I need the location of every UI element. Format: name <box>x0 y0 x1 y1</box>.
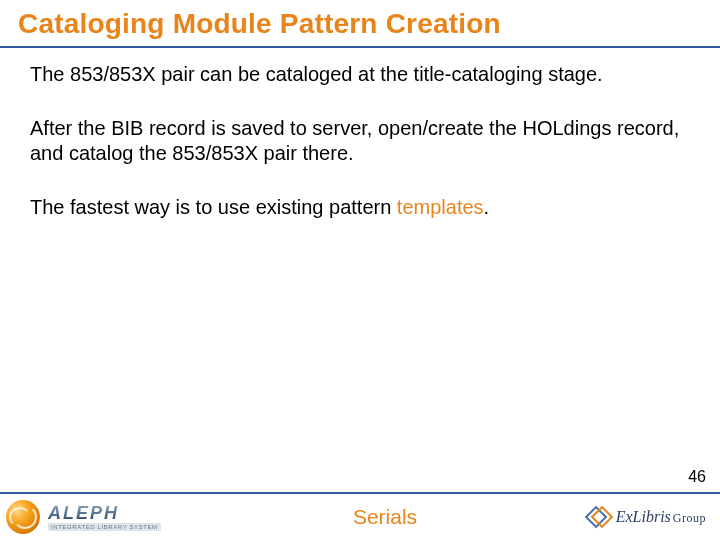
slide-title: Cataloging Module Pattern Creation <box>0 0 720 48</box>
page-number: 46 <box>688 468 706 486</box>
aleph-word: ALEPH <box>48 504 161 522</box>
aleph-logo: ALEPH INTEGRATED LIBRARY SYSTEM <box>0 500 220 534</box>
paragraph-3-lead: The fastest way is to use existing patte… <box>30 196 397 218</box>
paragraph-3: The fastest way is to use existing patte… <box>30 195 690 221</box>
aleph-subtitle: INTEGRATED LIBRARY SYSTEM <box>48 523 161 531</box>
paragraph-2: After the BIB record is saved to server,… <box>30 116 690 167</box>
templates-word: templates <box>397 196 484 218</box>
aleph-logo-text: ALEPH INTEGRATED LIBRARY SYSTEM <box>48 504 161 531</box>
aleph-orb-icon <box>6 500 40 534</box>
paragraph-1: The 853/853X pair can be cataloged at th… <box>30 62 690 88</box>
exlibris-mark-icon <box>588 506 610 528</box>
exlibris-text: ExLibrisGroup <box>616 508 706 526</box>
footer: ALEPH INTEGRATED LIBRARY SYSTEM Serials … <box>0 492 720 540</box>
exlibris-logo: ExLibrisGroup <box>550 506 720 528</box>
exlibris-word: ExLibris <box>616 508 671 525</box>
footer-center-label: Serials <box>220 505 550 529</box>
slide-body: The 853/853X pair can be cataloged at th… <box>0 48 720 220</box>
exlibris-group: Group <box>673 511 706 525</box>
slide: Cataloging Module Pattern Creation The 8… <box>0 0 720 540</box>
paragraph-3-tail: . <box>484 196 490 218</box>
